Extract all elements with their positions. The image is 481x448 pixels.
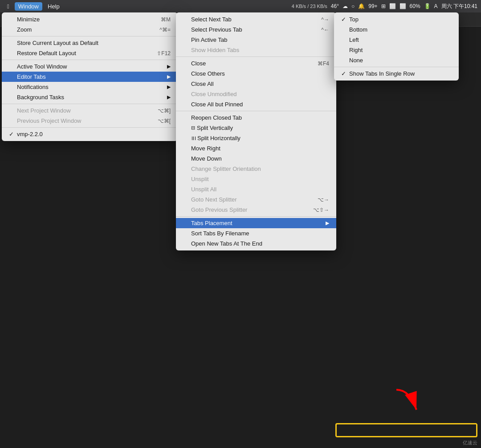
menu-item-move-right[interactable]: Move Right [176, 143, 336, 153]
menu-item-select-next-tab[interactable]: Select Next Tab ^→ [176, 14, 336, 24]
grid-icon2: ⬜ [389, 3, 396, 9]
menu-item-sort-tabs[interactable]: Sort Tabs By Filename [176, 228, 336, 238]
menu-item-restore-layout[interactable]: Restore Default Layout ⇧F12 [2, 48, 178, 58]
menu-label: Close [191, 60, 206, 67]
menu-item-background-tasks[interactable]: Background Tasks ▶ [2, 92, 178, 102]
window-menu-item[interactable]: Window [15, 2, 42, 11]
shortcut: ^⌘= [159, 27, 171, 33]
menu-item-active-tool-window[interactable]: Active Tool Window ▶ [2, 61, 178, 72]
menu-item-tabs-placement[interactable]: Tabs Placement ▶ [176, 218, 336, 228]
shortcut: ⌥⌘] [158, 108, 171, 114]
checkmark-empty [183, 26, 189, 33]
menu-item-zoom[interactable]: Zoom ^⌘= [2, 24, 178, 35]
menu-label: Show Hidden Tabs [191, 47, 239, 53]
menu-item-placement-left[interactable]: Left [334, 35, 459, 45]
checkmark-empty [183, 135, 189, 141]
menu-label: Next Project Window [17, 107, 71, 114]
menu-item-change-splitter-orientation: Change Splitter Orientation [176, 164, 336, 174]
menu-item-next-project-window: Next Project Window ⌥⌘] [2, 105, 178, 116]
menu-label: Close Others [191, 70, 225, 77]
notification-count: 99+ [368, 3, 377, 9]
menu-label: Select Previous Tab [191, 26, 242, 33]
menu-label: Bottom [349, 26, 367, 33]
submenu-arrow: ▶ [167, 94, 171, 100]
checkmark-empty [183, 165, 189, 172]
circle-icon: ○ [351, 3, 355, 9]
checkmark-empty [9, 94, 15, 101]
menu-label: Active Tool Window [17, 63, 67, 70]
checkmark-empty [341, 57, 347, 64]
menu-label: Move Right [191, 145, 220, 152]
menu-label: Notifications [17, 84, 49, 90]
checkmark-empty [9, 63, 15, 70]
checkmark-empty [9, 40, 15, 46]
menu-label: Background Tasks [17, 94, 64, 101]
menu-item-placement-bottom[interactable]: Bottom [334, 24, 459, 35]
checkmark-empty [183, 220, 189, 226]
checkmark-empty [341, 36, 347, 43]
cpu-temp: 46° [331, 3, 339, 9]
checkmark-empty [183, 81, 189, 87]
weather-icon: ☁ [342, 3, 348, 9]
shortcut: ⌘M [161, 16, 171, 23]
menu-separator [176, 111, 336, 111]
menubar-left:  Window Help [4, 2, 63, 11]
menu-item-placement-none[interactable]: None [334, 55, 459, 65]
checkmark-empty [183, 47, 189, 53]
menu-item-close-others[interactable]: Close Others [176, 69, 336, 79]
menu-item-pin-active-tab[interactable]: Pin Active Tab [176, 35, 336, 45]
menu-label: Close Unmodified [191, 91, 237, 97]
split-horizontal-icon: ☰ [191, 136, 196, 141]
menu-item-close-all[interactable]: Close All [176, 79, 336, 89]
shortcut: ⌘F4 [318, 61, 329, 67]
menu-item-move-down[interactable]: Move Down [176, 153, 336, 164]
menu-label: Show Tabs In Single Row [349, 70, 415, 77]
menu-item-split-horizontally[interactable]: ☰ Split Horizontally [176, 133, 336, 143]
menu-label: Goto Next Splitter [191, 196, 237, 203]
checkmark-empty [183, 186, 189, 193]
menu-separator [334, 67, 459, 67]
checkmark-empty [183, 91, 189, 97]
menu-item-close-all-but-pinned[interactable]: Close All but Pinned [176, 99, 336, 109]
checkmark-empty [9, 50, 15, 57]
menu-item-show-tabs-single-row[interactable]: ✓ Show Tabs In Single Row [334, 69, 459, 79]
menu-item-minimize[interactable]: Minimize ⌘M [2, 14, 178, 24]
menubar:  Window Help 4 KB/s / 23 KB/s 46° ☁ ○ 🔔… [0, 0, 481, 12]
menu-item-store-layout[interactable]: Store Current Layout as Default [2, 38, 178, 48]
checkmark-empty [183, 70, 189, 77]
menu-label: Sort Tabs By Filename [191, 230, 249, 237]
menu-item-placement-right[interactable]: Right [334, 45, 459, 55]
menu-label: Left [349, 36, 359, 43]
menu-label: Editor Tabs [17, 73, 46, 80]
menu-separator [2, 104, 178, 104]
menu-item-close[interactable]: Close ⌘F4 [176, 58, 336, 69]
menu-label: Top [349, 16, 359, 23]
menu-label: Unsplit [191, 176, 209, 182]
tabs-placement-menu: ✓ Top Bottom Left Right None ✓ Show Tabs… [334, 12, 459, 81]
submenu-arrow: ▶ [326, 220, 329, 226]
input-method: A [434, 3, 438, 9]
menu-item-open-new-tabs-end[interactable]: Open New Tabs At The End [176, 238, 336, 249]
menu-item-placement-top[interactable]: ✓ Top [334, 14, 459, 24]
menu-separator [2, 60, 178, 60]
help-menu-item[interactable]: Help [44, 2, 63, 11]
menu-separator [176, 57, 336, 57]
menu-label: Pin Active Tab [191, 36, 227, 43]
menu-label: Minimize [17, 16, 40, 23]
menu-item-close-unmodified: Close Unmodified [176, 89, 336, 99]
menu-item-editor-tabs[interactable]: Editor Tabs ▶ [2, 72, 178, 82]
menu-item-notifications[interactable]: Notifications ▶ [2, 82, 178, 92]
menu-item-split-vertically[interactable]: ⊟ Split Vertically [176, 123, 336, 133]
submenu-arrow: ▶ [167, 64, 171, 69]
checkmark-empty [183, 101, 189, 108]
menu-item-prev-project-window: Previous Project Window ⌥⌘[ [2, 116, 178, 126]
battery-pct: 60% [410, 3, 420, 9]
menu-label: Split Horizontally [197, 135, 240, 141]
checkmark-icon: ✓ [341, 70, 347, 77]
apple-menu[interactable]:  [4, 2, 13, 11]
menu-item-vmp[interactable]: ✓ vmp-2.2.0 [2, 129, 178, 139]
checkmark-empty [183, 240, 189, 247]
menu-item-reopen-closed-tab[interactable]: Reopen Closed Tab [176, 113, 336, 123]
menu-item-select-prev-tab[interactable]: Select Previous Tab ^← [176, 24, 336, 35]
menu-label: Split Vertically [197, 125, 233, 131]
